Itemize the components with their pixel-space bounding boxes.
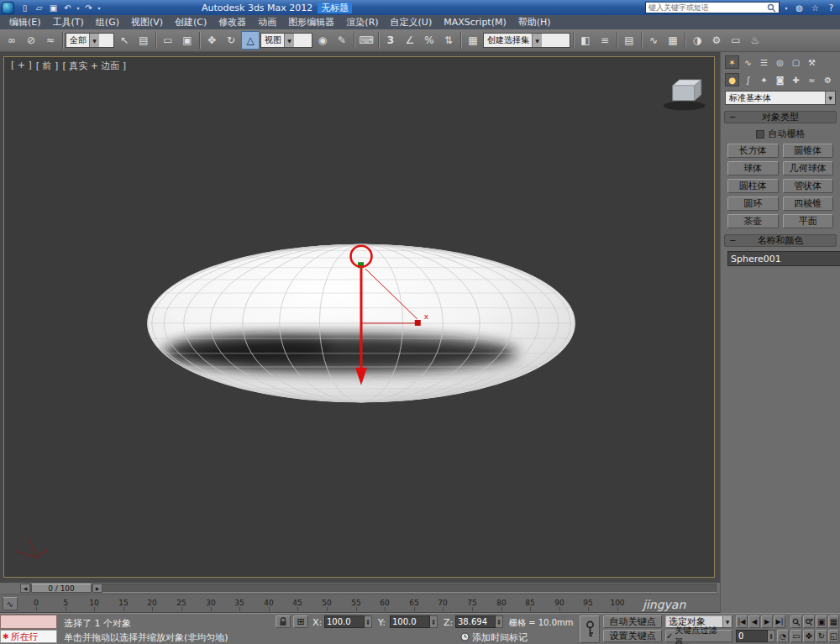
category-cameras-icon[interactable]: ◙ [773,73,787,86]
category-helpers-icon[interactable]: ✚ [789,73,803,86]
torus-button[interactable]: 圆环 [727,196,779,211]
percent-snap-icon[interactable]: % [420,31,438,50]
render-production-icon[interactable]: ♨ [746,31,764,50]
layer-manager-icon[interactable]: ▤ [620,31,638,50]
menu-maxscript[interactable]: MAXScript(M) [438,15,512,29]
previous-frame-icon[interactable]: ◀ [20,584,30,593]
frame-input[interactable] [736,630,768,642]
spinner-snap-icon[interactable]: ⇅ [439,31,458,50]
category-geometry-icon[interactable]: ● [725,73,739,86]
object-name-field[interactable] [727,251,840,266]
named-selection-set-dropdown[interactable]: 创建选择集▼ [483,33,570,48]
rendered-frame-window-icon[interactable]: ▭ [727,31,745,50]
infocenter-search[interactable] [645,2,780,13]
category-systems-icon[interactable]: ⚙ [821,73,835,86]
undo-dropdown-icon[interactable]: ▾ [75,5,81,11]
material-editor-icon[interactable]: ◑ [688,31,706,50]
chevron-down-icon[interactable]: ▼ [284,34,294,47]
search-icon[interactable] [767,3,776,13]
chevron-down-icon[interactable]: ▼ [532,34,542,47]
viewport-canvas[interactable]: x [4,57,714,577]
zoom-icon[interactable] [790,615,802,628]
maximize-viewport-toggle-icon[interactable]: ◱ [828,630,839,642]
name-color-rollout-header[interactable]: − 名称和颜色 [724,234,837,247]
current-frame-field[interactable]: ▲▼ [736,630,775,642]
3dsmax-logo-icon[interactable] [2,2,14,14]
rectangular-selection-region-icon[interactable]: ▭ [159,31,177,50]
menu-modifiers[interactable]: 修改器 [213,15,252,29]
tab-motion-icon[interactable]: ◎ [773,55,787,69]
y-input[interactable] [390,615,430,628]
track-bar[interactable]: ∿ 0 5 10 15 20 25 30 35 40 45 50 55 60 6… [0,594,720,613]
key-filters-button[interactable]: ✓关键点过滤器... [665,630,732,642]
use-pivot-center-icon[interactable]: ◉ [313,31,332,50]
chevron-down-icon[interactable]: ▼ [825,92,835,104]
pan-icon[interactable]: ✥ [803,630,815,642]
frame-spinner[interactable]: ▲▼ [768,630,775,642]
go-to-start-icon[interactable]: |◀ [736,615,748,628]
x-coordinate-field[interactable]: ▲▼ [324,615,372,628]
z-input[interactable] [455,615,496,628]
menu-rendering[interactable]: 渲染(R) [340,15,384,29]
angle-snap-icon[interactable]: ∠ [401,31,419,50]
absolute-offset-mode-toggle[interactable]: ⊞ [293,615,308,628]
reference-coordinate-dropdown[interactable]: 视图▼ [260,33,312,48]
tab-create-icon[interactable]: ✶ [725,55,739,69]
menu-animation[interactable]: 动画 [252,15,282,29]
search-input[interactable] [648,3,767,12]
zoom-all-icon[interactable] [803,615,815,628]
front-viewport[interactable]: [ + ] [ 前 ] [ 真实 + 边面 ] [3,56,715,578]
y-spinner[interactable]: ▲▼ [430,615,438,628]
sphere-button[interactable]: 球体 [727,161,779,175]
category-shapes-icon[interactable]: ∫ [741,73,755,86]
tube-button[interactable]: 管状体 [783,179,834,193]
mirror-icon[interactable]: ◧ [576,31,595,50]
select-and-manipulate-icon[interactable]: ✎ [333,31,351,50]
object-type-rollout-header[interactable]: − 对象类型 [724,111,837,123]
orbit-icon[interactable]: ↻ [816,630,827,642]
menu-graph-editors[interactable]: 图形编辑器 [282,15,340,29]
maxscript-macro-recorder[interactable] [0,615,57,629]
new-scene-icon[interactable]: ▯ [18,2,32,14]
cylinder-button[interactable]: 圆柱体 [727,179,779,193]
teapot-button[interactable]: 茶壶 [727,214,779,228]
mini-curve-editor-button[interactable]: ∿ [3,597,18,610]
zoom-extents-icon[interactable]: ▣ [816,615,827,628]
geometry-category-dropdown[interactable]: 标准基本体 ▼ [725,91,836,105]
zoom-extents-all-icon[interactable]: ▦ [828,615,839,628]
go-to-end-icon[interactable]: ▶| [774,615,785,628]
selection-filter-dropdown[interactable]: 全部▼ [66,33,114,48]
chevron-down-icon[interactable]: ▼ [89,34,99,47]
save-file-icon[interactable]: ▣ [46,2,60,14]
window-crossing-icon[interactable]: ▣ [178,31,197,50]
y-coordinate-field[interactable]: ▲▼ [390,615,438,628]
viewport-menu-pov[interactable]: [ 前 ] [36,60,59,72]
keyboard-shortcut-override-icon[interactable]: ⌨ [357,31,375,50]
x-input[interactable] [324,615,365,628]
z-spinner[interactable]: ▲▼ [496,615,503,628]
menu-edit[interactable]: 编辑(E) [3,15,47,29]
communication-center-icon[interactable]: ◍ [793,2,806,13]
geosphere-button[interactable]: 几何球体 [783,161,834,175]
viewport-menu-shading[interactable]: [ 真实 + 边面 ] [62,60,126,72]
maxscript-mini-listener[interactable]: ✱ 所在行 [0,630,57,643]
select-by-name-icon[interactable]: ▤ [134,31,153,50]
pyramid-button[interactable]: 四棱锥 [783,196,834,211]
menu-create[interactable]: 创建(C) [169,15,213,29]
align-icon[interactable]: ≡ [596,31,614,50]
set-keys-mode-button[interactable]: 设置关键点 [603,630,662,642]
time-slider-track[interactable] [20,584,717,593]
time-configuration-icon[interactable]: ◔ [777,630,789,642]
menu-tools[interactable]: 工具(T) [47,15,90,29]
gizmo-x-handle[interactable] [415,320,421,326]
menu-help[interactable]: 帮助(H) [512,15,557,29]
help-icon[interactable]: ? [825,2,837,13]
render-setup-icon[interactable]: ⚙ [707,31,726,50]
select-and-scale-icon[interactable]: △ [241,31,260,50]
play-icon[interactable]: ▶ [761,615,773,628]
previous-key-icon[interactable]: ◀ [748,615,760,628]
category-spacewarps-icon[interactable]: ≈ [805,73,819,86]
edit-named-selection-sets-icon[interactable]: ▦ [464,31,482,50]
menu-group[interactable]: 组(G) [90,15,125,29]
plane-button[interactable]: 平面 [783,214,834,228]
